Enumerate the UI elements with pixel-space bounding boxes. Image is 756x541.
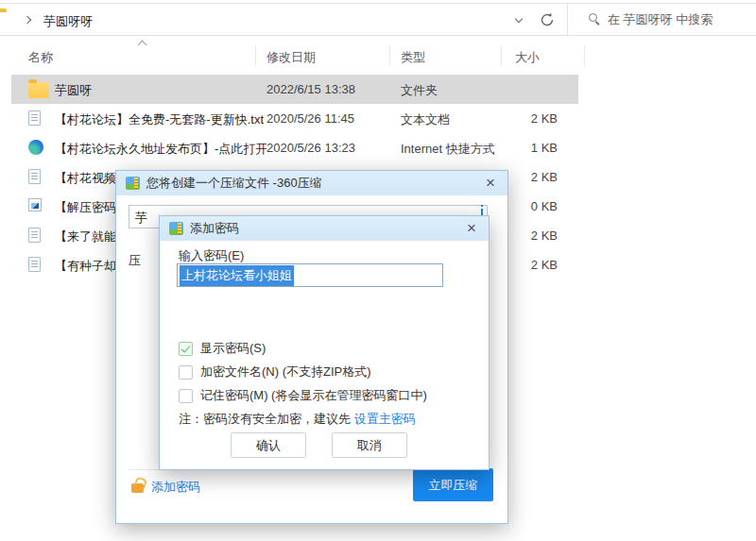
password-dialog-titlebar[interactable]: 添加密码 × bbox=[160, 216, 489, 241]
refresh-icon bbox=[539, 11, 556, 28]
address-bar: 芋圆呀呀 bbox=[0, 3, 756, 36]
chevron-right-icon bbox=[24, 16, 31, 24]
compress-option-label: 压 bbox=[129, 252, 141, 269]
breadcrumb[interactable]: 芋圆呀呀 bbox=[43, 13, 93, 30]
search-zone bbox=[567, 4, 756, 35]
file-date: 2020/5/26 13:23 bbox=[266, 141, 394, 155]
password-dialog: 添加密码 × 输入密码(E) 上村花论坛看小姐姐 显示密码(S) 加密文件名(N… bbox=[159, 215, 490, 470]
refresh-button[interactable] bbox=[539, 11, 558, 30]
close-icon[interactable]: × bbox=[483, 176, 498, 191]
password-input[interactable]: 上村花论坛看小姐姐 bbox=[177, 263, 443, 287]
search-input[interactable] bbox=[608, 8, 749, 30]
encrypt-filename-checkbox[interactable]: 加密文件名(N) (不支持ZIP格式) bbox=[179, 363, 371, 380]
text-file-icon bbox=[28, 257, 41, 272]
password-input-label: 输入密码(E) bbox=[179, 247, 244, 264]
remember-password-checkbox[interactable]: 记住密码(M) (将会显示在管理密码窗口中) bbox=[179, 387, 427, 404]
column-header-size[interactable]: 大小 bbox=[515, 49, 540, 66]
checkbox-label: 加密文件名(N) (不支持ZIP格式) bbox=[200, 363, 371, 380]
checkbox-label: 显示密码(S) bbox=[200, 340, 266, 357]
column-divider bbox=[389, 45, 390, 66]
security-note-text: 注：密码没有安全加密，建议先 bbox=[179, 412, 354, 426]
explorer-window: 芋圆呀呀 名称 修改日期 类型 大小 芋圆呀 2022/6/15 13:38 bbox=[0, 0, 756, 541]
checkbox-unchecked-icon bbox=[179, 365, 193, 380]
compress-dialog-titlebar[interactable]: 您将创建一个压缩文件 -360压缩 × bbox=[116, 171, 507, 195]
compress-now-button[interactable]: 立即压缩 bbox=[413, 468, 493, 501]
lock-icon bbox=[131, 483, 144, 493]
column-divider bbox=[501, 45, 502, 66]
text-file-icon bbox=[28, 228, 41, 243]
360zip-icon bbox=[126, 177, 140, 190]
file-date: 2022/6/15 13:38 bbox=[266, 82, 394, 96]
file-name: 【村花论坛永久地址发布页】-点此打开 bbox=[55, 141, 266, 158]
file-name: 芋圆呀 bbox=[55, 82, 266, 99]
column-header-name[interactable]: 名称 bbox=[28, 49, 53, 66]
close-icon[interactable]: × bbox=[464, 221, 479, 236]
text-file-icon bbox=[28, 169, 41, 184]
file-name: 【村花论坛】全免费-无套路-更新快.txt bbox=[55, 111, 266, 128]
sort-ascending-icon bbox=[138, 41, 147, 50]
file-type: 文件夹 bbox=[401, 82, 524, 99]
360zip-icon bbox=[169, 222, 183, 235]
column-header-date[interactable]: 修改日期 bbox=[266, 49, 316, 66]
text-file-icon bbox=[28, 110, 41, 126]
table-row[interactable]: 【村花论坛永久地址发布页】-点此打开 2020/5/26 13:23 Inter… bbox=[11, 133, 578, 162]
checkbox-unchecked-icon bbox=[179, 389, 193, 403]
file-size: 2 KB bbox=[446, 111, 558, 126]
column-divider bbox=[255, 45, 256, 66]
file-date: 2020/5/26 11:45 bbox=[266, 111, 394, 126]
confirm-button[interactable]: 确认 bbox=[231, 432, 306, 458]
compress-dialog-title: 您将创建一个压缩文件 -360压缩 bbox=[146, 175, 322, 192]
chevron-down-icon bbox=[515, 15, 523, 23]
password-dialog-title: 添加密码 bbox=[190, 220, 239, 237]
table-row[interactable]: 芋圆呀 2022/6/15 13:38 文件夹 bbox=[11, 75, 578, 104]
column-divider bbox=[584, 45, 585, 66]
file-size: 1 KB bbox=[446, 141, 558, 155]
add-password-label: 添加密码 bbox=[151, 475, 200, 496]
column-header-type[interactable]: 类型 bbox=[401, 49, 425, 66]
show-password-checkbox[interactable]: 显示密码(S) bbox=[179, 340, 266, 357]
cancel-button[interactable]: 取消 bbox=[332, 432, 407, 458]
image-file-icon bbox=[28, 198, 42, 211]
add-password-link[interactable]: 添加密码 bbox=[131, 475, 200, 496]
checkbox-label: 记住密码(M) (将会显示在管理密码窗口中) bbox=[200, 387, 427, 404]
search-icon bbox=[589, 13, 597, 22]
table-row[interactable]: 【村花论坛】全免费-无套路-更新快.txt 2020/5/26 11:45 文本… bbox=[11, 104, 578, 133]
address-dropdown-button[interactable] bbox=[510, 12, 529, 29]
security-note: 注：密码没有安全加密，建议先 设置主密码 bbox=[179, 411, 416, 428]
set-master-password-link[interactable]: 设置主密码 bbox=[354, 412, 416, 426]
column-header-row: 名称 修改日期 类型 大小 bbox=[0, 42, 586, 71]
password-selected-text: 上村花论坛看小姐姐 bbox=[180, 265, 294, 286]
folder-icon bbox=[28, 82, 49, 98]
checkbox-checked-icon bbox=[179, 342, 193, 356]
edge-icon bbox=[28, 140, 43, 155]
